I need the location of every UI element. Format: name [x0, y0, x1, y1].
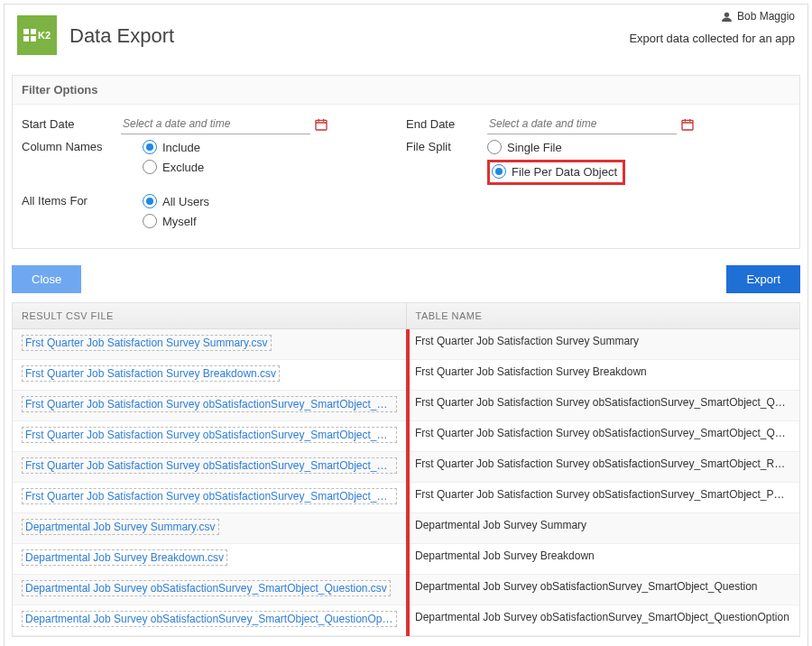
table-row: Departmental Job Survey obSatisfactionSu… — [13, 605, 799, 636]
csv-file-link[interactable]: Frst Quarter Job Satisfaction Survey obS… — [22, 488, 397, 504]
csv-file-link[interactable]: Frst Quarter Job Satisfaction Survey Bre… — [22, 365, 280, 382]
logo-text: K2 — [38, 30, 51, 41]
close-button[interactable]: Close — [12, 265, 81, 293]
user-name: Bob Maggio — [737, 10, 795, 23]
calendar-icon[interactable] — [310, 117, 328, 132]
page-title: Data Export — [69, 24, 174, 48]
csv-file-link[interactable]: Frst Quarter Job Satisfaction Survey obS… — [22, 396, 397, 412]
csv-file-link[interactable]: Frst Quarter Job Satisfaction Survey obS… — [22, 427, 397, 443]
table-name-cell: Frst Quarter Job Satisfaction Survey obS… — [406, 391, 799, 420]
button-bar: Close Export — [5, 256, 807, 302]
table-body: Frst Quarter Job Satisfaction Survey Sum… — [13, 329, 799, 636]
table-name-cell: Departmental Job Survey obSatisfactionSu… — [406, 605, 799, 635]
table-name-cell: Frst Quarter Job Satisfaction Survey Sum… — [406, 329, 799, 359]
table-name-cell: Frst Quarter Job Satisfaction Survey obS… — [406, 483, 799, 512]
csv-file-link[interactable]: Departmental Job Survey Summary.csv — [22, 519, 219, 535]
user-block[interactable]: Bob Maggio — [721, 10, 795, 23]
table-name-cell: Frst Quarter Job Satisfaction Survey obS… — [406, 421, 799, 451]
table-name-cell: Departmental Job Survey Breakdown — [406, 544, 799, 574]
radio-include[interactable]: Include — [143, 140, 204, 154]
table-row: Frst Quarter Job Satisfaction Survey Sum… — [13, 329, 799, 360]
start-date-label: Start Date — [22, 117, 121, 131]
header: K2 Data Export Bob Maggio Export data co… — [5, 5, 807, 68]
table-row: Frst Quarter Job Satisfaction Survey obS… — [13, 452, 799, 483]
csv-file-link[interactable]: Frst Quarter Job Satisfaction Survey obS… — [22, 457, 397, 474]
table-name-cell: Frst Quarter Job Satisfaction Survey Bre… — [406, 360, 799, 390]
radio-single-file-label: Single File — [507, 141, 562, 154]
col-result-csv-file[interactable]: RESULT CSV FILE — [13, 303, 407, 328]
pager-next-icon[interactable]: › — [448, 642, 464, 646]
user-icon — [721, 11, 733, 23]
filter-panel-title: Filter Options — [13, 76, 799, 105]
column-names-label: Column Names — [22, 140, 121, 153]
table-header: RESULT CSV FILE TABLE NAME — [13, 303, 799, 329]
file-split-label: File Split — [406, 140, 487, 153]
table-row: Departmental Job Survey Summary.csvDepar… — [13, 513, 799, 544]
all-items-label: All Items For — [22, 194, 121, 208]
table-name-cell: Frst Quarter Job Satisfaction Survey obS… — [406, 452, 799, 482]
results-table: RESULT CSV FILE TABLE NAME Frst Quarter … — [12, 302, 800, 637]
csv-file-link[interactable]: Frst Quarter Job Satisfaction Survey Sum… — [22, 335, 272, 351]
svg-rect-1 — [316, 120, 327, 130]
end-date-label: End Date — [406, 117, 487, 131]
csv-file-link[interactable]: Departmental Job Survey Breakdown.csv — [22, 549, 227, 566]
table-name-cell: Departmental Job Survey Summary — [406, 513, 799, 543]
radio-single-file[interactable]: Single File — [487, 140, 625, 154]
page-subtitle: Export data collected for an app — [629, 32, 795, 45]
radio-exclude[interactable]: Exclude — [143, 160, 204, 174]
table-row: Frst Quarter Job Satisfaction Survey obS… — [13, 483, 799, 513]
table-row: Departmental Job Survey Breakdown.csvDep… — [13, 544, 799, 575]
radio-include-label: Include — [162, 141, 200, 154]
pager-prev-icon[interactable]: ‹ — [381, 642, 397, 646]
table-row: Frst Quarter Job Satisfaction Survey obS… — [13, 421, 799, 452]
radio-all-users-label: All Users — [162, 195, 209, 208]
end-date-input[interactable] — [487, 114, 677, 134]
col-table-name[interactable]: TABLE NAME — [407, 303, 800, 328]
csv-file-link[interactable]: Departmental Job Survey obSatisfactionSu… — [22, 580, 391, 596]
calendar-icon[interactable] — [677, 117, 695, 132]
radio-myself[interactable]: Myself — [143, 214, 209, 228]
pager: « ‹ › — [5, 637, 807, 646]
radio-myself-label: Myself — [162, 215, 197, 228]
svg-rect-2 — [682, 120, 693, 130]
export-button[interactable]: Export — [726, 265, 800, 293]
table-name-cell: Departmental Job Survey obSatisfactionSu… — [406, 575, 799, 604]
radio-file-per-object[interactable]: File Per Data Object — [492, 164, 617, 179]
pager-first-icon[interactable]: « — [348, 642, 368, 646]
start-date-input[interactable] — [121, 114, 310, 134]
filter-panel: Filter Options Start Date End Date — [12, 75, 800, 249]
table-row: Departmental Job Survey obSatisfactionSu… — [13, 575, 799, 605]
radio-all-users[interactable]: All Users — [143, 194, 209, 208]
radio-file-per-object-label: File Per Data Object — [512, 165, 617, 179]
csv-file-link[interactable]: Departmental Job Survey obSatisfactionSu… — [22, 611, 397, 627]
svg-point-0 — [724, 12, 729, 16]
radio-exclude-label: Exclude — [162, 161, 204, 174]
table-row: Frst Quarter Job Satisfaction Survey obS… — [13, 391, 799, 421]
highlight-annotation: File Per Data Object — [487, 160, 625, 185]
table-row: Frst Quarter Job Satisfaction Survey Bre… — [13, 360, 799, 391]
app-logo: K2 — [17, 15, 57, 55]
